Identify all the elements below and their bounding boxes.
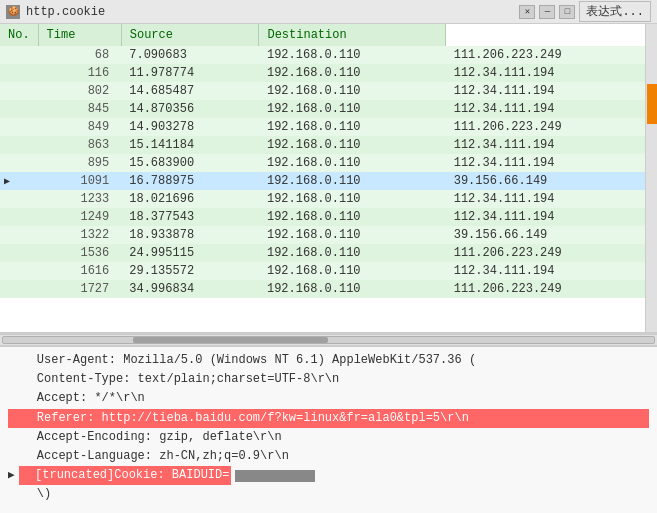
detail-line-2: Content-Type: text/plain;charset=UTF-8\r… (8, 370, 649, 389)
table-row[interactable]: ▶109116.788975192.168.0.11039.156.66.149 (0, 172, 657, 190)
cell-source: 192.168.0.110 (259, 82, 446, 100)
cell-no: 802 (38, 82, 121, 100)
cell-dest: 112.34.111.194 (446, 262, 657, 280)
packet-list: No. Time Source Destination 687.09068319… (0, 24, 657, 334)
table-header: No. Time Source Destination (0, 24, 657, 46)
cell-dest: 112.34.111.194 (446, 154, 657, 172)
scrollbar-thumb-h (133, 337, 328, 343)
cell-source: 192.168.0.110 (259, 100, 446, 118)
cell-time: 14.685487 (121, 82, 259, 100)
detail-line-referer: Referer: http://tieba.baidu.com/f?kw=lin… (8, 409, 649, 428)
detail-pane: User-Agent: Mozilla/5.0 (Windows NT 6.1)… (0, 346, 657, 513)
cell-time: 14.903278 (121, 118, 259, 136)
cell-time: 7.090683 (121, 46, 259, 64)
minimize-button[interactable]: — (539, 5, 555, 19)
cell-no: 116 (38, 64, 121, 82)
cell-dest: 111.206.223.249 (446, 46, 657, 64)
title-bar-controls: ✕ — □ 表达式... (519, 1, 651, 22)
table-row[interactable]: 172734.996834192.168.0.110111.206.223.24… (0, 280, 657, 298)
table-row[interactable]: 132218.933878192.168.0.11039.156.66.149 (0, 226, 657, 244)
cell-dest: 112.34.111.194 (446, 136, 657, 154)
expand-arrow[interactable]: ▶ (8, 467, 15, 485)
detail-line-1: User-Agent: Mozilla/5.0 (Windows NT 6.1)… (8, 351, 649, 370)
table-row[interactable]: 687.090683192.168.0.110111.206.223.249 (0, 46, 657, 64)
maximize-button[interactable]: □ (559, 5, 575, 19)
cell-dest: 39.156.66.149 (446, 172, 657, 190)
cell-source: 192.168.0.110 (259, 154, 446, 172)
cell-time: 18.021696 (121, 190, 259, 208)
cell-dest: 39.156.66.149 (446, 226, 657, 244)
cell-time: 24.995115 (121, 244, 259, 262)
table-body: 687.090683192.168.0.110111.206.223.24911… (0, 46, 657, 298)
row-arrow-cell (0, 136, 38, 154)
cell-no: 849 (38, 118, 121, 136)
row-arrow-cell (0, 46, 38, 64)
table-row[interactable]: 11611.978774192.168.0.110112.34.111.194 (0, 64, 657, 82)
table-row[interactable]: 161629.135572192.168.0.110112.34.111.194 (0, 262, 657, 280)
cell-time: 15.141184 (121, 136, 259, 154)
cell-dest: 111.206.223.249 (446, 118, 657, 136)
header-row: No. Time Source Destination (0, 24, 657, 46)
row-arrow-cell (0, 226, 38, 244)
cell-no: 1233 (38, 190, 121, 208)
expression-button[interactable]: 表达式... (579, 1, 651, 22)
row-arrow-cell (0, 82, 38, 100)
detail-line-6: Accept-Language: zh-CN,zh;q=0.9\r\n (8, 447, 649, 466)
row-arrow-cell (0, 244, 38, 262)
row-arrow-cell (0, 280, 38, 298)
detail-line-cookie: [truncated]Cookie: BAIDUID= (19, 466, 232, 485)
cell-dest: 111.206.223.249 (446, 280, 657, 298)
scrollbar-thumb (647, 84, 657, 124)
table-row[interactable]: 86315.141184192.168.0.110112.34.111.194 (0, 136, 657, 154)
cell-source: 192.168.0.110 (259, 226, 446, 244)
cell-no: 1091 (38, 172, 121, 190)
row-arrow-cell (0, 154, 38, 172)
table-row[interactable]: 89515.683900192.168.0.110112.34.111.194 (0, 154, 657, 172)
cell-dest: 112.34.111.194 (446, 82, 657, 100)
row-arrow-cell (0, 118, 38, 136)
cell-no: 1536 (38, 244, 121, 262)
main-window: 🍪 http.cookie ✕ — □ 表达式... No. Time Sour… (0, 0, 657, 513)
col-time: Time (38, 24, 121, 46)
cell-no: 1727 (38, 280, 121, 298)
row-arrow-cell (0, 64, 38, 82)
cell-source: 192.168.0.110 (259, 262, 446, 280)
cell-dest: 112.34.111.194 (446, 208, 657, 226)
packets-table: No. Time Source Destination 687.09068319… (0, 24, 657, 298)
row-arrow-cell (0, 100, 38, 118)
detail-line-cookie-row: ▶ [truncated]Cookie: BAIDUID= (8, 466, 649, 485)
cell-source: 192.168.0.110 (259, 118, 446, 136)
row-arrow-cell: ▶ (0, 172, 38, 190)
cell-source: 192.168.0.110 (259, 136, 446, 154)
close-button[interactable]: ✕ (519, 5, 535, 19)
table-row[interactable]: 80214.685487192.168.0.110112.34.111.194 (0, 82, 657, 100)
cell-time: 11.978774 (121, 64, 259, 82)
table-scroll[interactable]: No. Time Source Destination 687.09068319… (0, 24, 657, 322)
cell-source: 192.168.0.110 (259, 244, 446, 262)
cell-no: 845 (38, 100, 121, 118)
cell-no: 1322 (38, 226, 121, 244)
table-row[interactable]: 153624.995115192.168.0.110111.206.223.24… (0, 244, 657, 262)
redacted-value (235, 470, 315, 482)
title-bar: 🍪 http.cookie ✕ — □ 表达式... (0, 0, 657, 24)
cell-time: 34.996834 (121, 280, 259, 298)
detail-line-3: Accept: */*\r\n (8, 389, 649, 408)
table-row[interactable]: 84914.903278192.168.0.110111.206.223.249 (0, 118, 657, 136)
row-arrow-cell (0, 208, 38, 226)
cell-no: 68 (38, 46, 121, 64)
cell-source: 192.168.0.110 (259, 172, 446, 190)
col-source: Source (121, 24, 259, 46)
window-title: http.cookie (26, 5, 105, 19)
cell-no: 863 (38, 136, 121, 154)
scrollbar-track (2, 336, 655, 344)
cell-time: 29.135572 (121, 262, 259, 280)
table-row[interactable]: 124918.377543192.168.0.110112.34.111.194 (0, 208, 657, 226)
detail-line-5: Accept-Encoding: gzip, deflate\r\n (8, 428, 649, 447)
table-row[interactable]: 84514.870356192.168.0.110112.34.111.194 (0, 100, 657, 118)
cell-time: 14.870356 (121, 100, 259, 118)
cell-dest: 112.34.111.194 (446, 100, 657, 118)
horizontal-scrollbar[interactable] (0, 334, 657, 346)
vertical-scrollbar[interactable] (645, 24, 657, 332)
col-no: No. (0, 24, 38, 46)
table-row[interactable]: 123318.021696192.168.0.110112.34.111.194 (0, 190, 657, 208)
